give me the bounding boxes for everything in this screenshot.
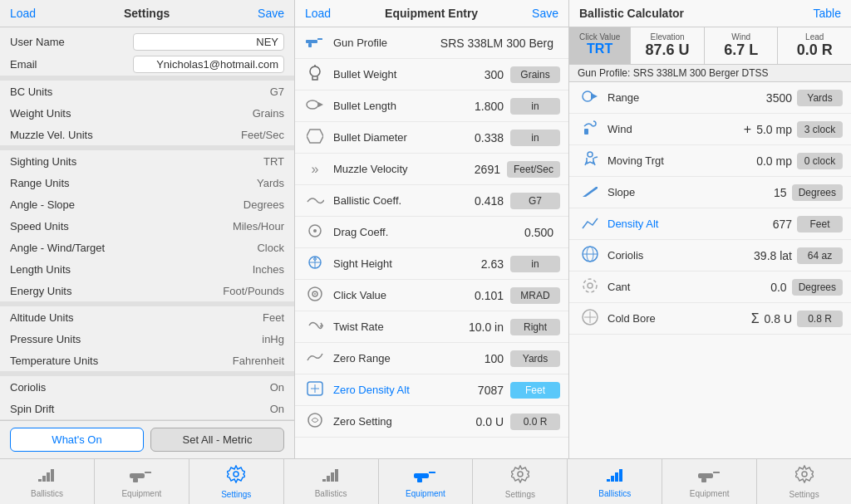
equip-unit-bulletweight: Grains bbox=[510, 66, 560, 83]
equipment-save-link[interactable]: Save bbox=[532, 7, 558, 20]
tab-label-mid-settings: Settings bbox=[505, 490, 535, 499]
svg-rect-44 bbox=[335, 469, 338, 482]
ballistic-panel: Ballistic Calculator Table Click Value T… bbox=[569, 0, 851, 458]
tab-left-ballistics[interactable]: Ballistics bbox=[0, 459, 95, 504]
gun-profile-bar-value: SRS 338LM 300 Berger DTSS bbox=[633, 67, 769, 79]
settings-load-link[interactable]: Load bbox=[10, 7, 36, 20]
equipment-icon-left bbox=[130, 466, 153, 487]
ballistic-top-values: Click Value TRT Elevation 87.6 U Wind 6.… bbox=[569, 27, 851, 65]
brow-label-coriolis: Coriolis bbox=[608, 249, 754, 262]
svg-rect-21 bbox=[584, 129, 588, 135]
settings-save-link[interactable]: Save bbox=[258, 7, 284, 20]
brow-value-slope: 15 bbox=[774, 186, 787, 199]
tab-left-equipment[interactable]: Equipment bbox=[95, 459, 189, 504]
setting-label-length: Length Units bbox=[10, 263, 71, 276]
brow-value-cant: 0.0 bbox=[770, 281, 786, 294]
brow-label-wind: Wind bbox=[608, 123, 744, 135]
ballistic-title: Ballistic Calculator bbox=[579, 7, 684, 20]
brow-label-densityalt: Density Alt bbox=[608, 218, 773, 230]
brow-value-range: 3500 bbox=[766, 91, 792, 105]
equip-label-zerorange: Zero Range bbox=[333, 352, 485, 365]
svg-rect-50 bbox=[611, 476, 614, 482]
tab-label-right-settings: Settings bbox=[790, 490, 819, 499]
equip-label-clickvalue: Click Value bbox=[333, 289, 475, 301]
settings-footer: What's On Set All - Metric bbox=[0, 420, 294, 458]
equip-value-bulletlength: 1.800 bbox=[475, 100, 504, 113]
muzzle-velocity-icon: » bbox=[303, 162, 327, 177]
brow-densityalt: Density Alt 677 Feet bbox=[569, 208, 851, 240]
density-alt-icon bbox=[578, 215, 603, 232]
svg-rect-2 bbox=[308, 43, 312, 47]
brow-unit-coldbore: 0.8 R bbox=[797, 311, 843, 327]
equip-label-bulletweight: Bullet Weight bbox=[333, 68, 485, 81]
svg-rect-36 bbox=[51, 469, 54, 482]
svg-point-15 bbox=[314, 293, 316, 295]
wind-plus-icon[interactable]: + bbox=[744, 122, 751, 137]
setting-value-spindrift: On bbox=[270, 403, 284, 415]
bullet-weight-icon bbox=[303, 65, 327, 84]
gun-profile-bar-label: Gun Profile: bbox=[578, 67, 630, 79]
equipment-header: Load Equipment Entry Save bbox=[295, 0, 568, 27]
setting-value-energy: Foot/Pounds bbox=[223, 285, 284, 297]
svg-rect-55 bbox=[701, 478, 706, 482]
setting-row-length: Length Units Inches bbox=[0, 258, 294, 280]
tab-bar: Ballistics Equipment Settings Ballistics… bbox=[0, 458, 851, 504]
svg-point-19 bbox=[308, 413, 322, 427]
equip-unit-zerorange: Yards bbox=[510, 350, 560, 367]
svg-line-23 bbox=[585, 161, 587, 165]
brow-unit-slope: Degrees bbox=[792, 184, 843, 201]
set-all-metric-button[interactable]: Set All - Metric bbox=[150, 428, 284, 452]
equip-value-ballisticcoeff: 0.418 bbox=[475, 194, 504, 208]
ballistic-table-link[interactable]: Table bbox=[814, 7, 841, 20]
equip-value-zerodensityalt: 7087 bbox=[478, 384, 504, 397]
setting-label-email: Email bbox=[10, 58, 37, 71]
tab-right-ballistics[interactable]: Ballistics bbox=[568, 459, 662, 504]
setting-label-anglewind: Angle - Wind/Target bbox=[10, 242, 105, 254]
tab-mid-settings[interactable]: Settings bbox=[473, 459, 568, 504]
equipment-load-link[interactable]: Load bbox=[305, 7, 331, 20]
equip-row-muzzlevelocity: » Muzzle Velocity 2691 Feet/Sec bbox=[295, 154, 568, 185]
equip-label-twistrate: Twist Rate bbox=[333, 321, 469, 333]
brow-unit-wind: 3 clock bbox=[797, 121, 843, 138]
cant-icon bbox=[578, 276, 603, 297]
zero-range-icon bbox=[303, 350, 327, 366]
equip-row-sightheight: Sight Height 2.63 in bbox=[295, 248, 568, 280]
equip-row-zerorange: Zero Range 100 Yards bbox=[295, 343, 568, 374]
moving-target-icon bbox=[578, 150, 603, 171]
tab-right-equipment[interactable]: Equipment bbox=[662, 459, 757, 504]
svg-rect-43 bbox=[331, 472, 334, 482]
svg-rect-41 bbox=[322, 479, 326, 482]
whats-on-button[interactable]: What's On bbox=[10, 428, 144, 452]
equipment-panel: Load Equipment Entry Save Gun Profile SR… bbox=[295, 0, 569, 458]
wind-value: 6.7 L bbox=[711, 42, 771, 59]
svg-rect-42 bbox=[327, 476, 330, 482]
setting-row-range: Range Units Yards bbox=[0, 172, 294, 193]
equip-value-clickvalue: 0.101 bbox=[475, 289, 504, 302]
brow-label-range: Range bbox=[608, 91, 766, 104]
svg-marker-6 bbox=[307, 130, 323, 143]
tab-left-settings[interactable]: Settings bbox=[189, 459, 284, 504]
coriolis-icon bbox=[578, 245, 603, 266]
setting-value-length: Inches bbox=[253, 263, 284, 276]
equip-value-twistrate: 10.0 in bbox=[469, 321, 504, 334]
zero-density-alt-icon bbox=[303, 380, 327, 399]
tab-mid-equipment[interactable]: Equipment bbox=[379, 459, 474, 504]
setting-label-bcunits: BC Units bbox=[10, 86, 52, 98]
equip-row-ballisticcoeff: Ballistic Coeff. 0.418 G7 bbox=[295, 185, 568, 217]
equip-unit-zerodensityalt: Feet bbox=[510, 382, 560, 399]
setting-label-spindrift: Spin Drift bbox=[10, 403, 54, 415]
username-input[interactable] bbox=[133, 33, 284, 51]
ballistics-icon-left bbox=[37, 466, 57, 487]
setting-label-coriolis: Coriolis bbox=[10, 381, 46, 394]
setting-row-anglewind: Angle - Wind/Target Clock bbox=[0, 237, 294, 258]
setting-label-temperature: Temperature Units bbox=[10, 355, 98, 367]
brow-range: Range 3500 Yards bbox=[569, 82, 851, 114]
ballistic-coeff-icon bbox=[303, 193, 327, 208]
tab-right-settings[interactable]: Settings bbox=[757, 459, 851, 504]
equip-value-zerosetting: 0.0 U bbox=[476, 415, 504, 428]
email-input[interactable] bbox=[133, 56, 284, 73]
tab-mid-ballistics[interactable]: Ballistics bbox=[284, 459, 379, 504]
settings-title: Settings bbox=[124, 7, 170, 20]
svg-rect-1 bbox=[317, 38, 322, 40]
elevation-display: Elevation 87.6 U bbox=[630, 27, 704, 64]
